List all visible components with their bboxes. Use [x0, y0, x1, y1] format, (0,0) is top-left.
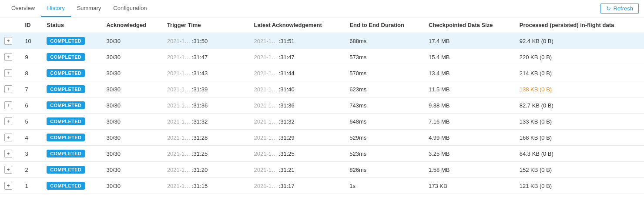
refresh-button[interactable]: ↻ Refresh	[600, 3, 639, 14]
cell-duration: 1s	[345, 178, 424, 194]
table-row[interactable]: + 9 COMPLETED 30/30 2021-1… :31:47 2021-…	[0, 49, 644, 65]
trigger-date: 2021-1…	[167, 118, 190, 125]
trigger-date: 2021-1…	[167, 86, 190, 93]
cell-duration: 523ms	[345, 146, 424, 162]
latest-date: 2021-1…	[254, 167, 277, 173]
cell-status: COMPLETED	[42, 178, 102, 194]
table-row[interactable]: + 2 COMPLETED 30/30 2021-1… :31:20 2021-…	[0, 162, 644, 178]
cell-acknowledged: 30/30	[102, 178, 162, 194]
cell-latest-ack: 2021-1… :31:40	[249, 81, 345, 97]
cell-duration: 743ms	[345, 97, 424, 114]
cell-processed: 138 KB (0 B)	[515, 81, 644, 97]
tab-overview[interactable]: Overview	[5, 0, 41, 17]
cell-trigger-time: 2021-1… :31:20	[163, 162, 250, 178]
refresh-icon: ↻	[606, 5, 611, 12]
cell-checkpoint: 9.38 MB	[424, 97, 515, 114]
expand-button[interactable]: +	[4, 117, 12, 125]
status-badge: COMPLETED	[47, 53, 85, 61]
cell-processed: 168 KB (0 B)	[515, 130, 644, 146]
trigger-date: 2021-1…	[167, 134, 190, 141]
cell-latest-ack: 2021-1… :31:51	[249, 33, 345, 49]
cell-acknowledged: 30/30	[102, 49, 162, 65]
latest-date: 2021-1…	[254, 134, 277, 141]
cell-latest-ack: 2021-1… :31:17	[249, 178, 345, 194]
cell-latest-ack: 2021-1… :31:47	[249, 49, 345, 65]
expand-button[interactable]: +	[4, 85, 12, 93]
latest-date: 2021-1…	[254, 54, 277, 60]
expand-cell: +	[0, 49, 20, 65]
status-badge: COMPLETED	[47, 150, 85, 157]
trigger-date: 2021-1…	[167, 54, 190, 60]
cell-duration: 826ms	[345, 162, 424, 178]
latest-date: 2021-1…	[254, 151, 277, 157]
cell-duration: 648ms	[345, 114, 424, 130]
trigger-date: 2021-1…	[167, 70, 190, 77]
cell-status: COMPLETED	[42, 97, 102, 114]
cell-id: 5	[20, 114, 42, 130]
expand-button[interactable]: +	[4, 166, 12, 174]
cell-acknowledged: 30/30	[102, 146, 162, 162]
expand-button[interactable]: +	[4, 101, 12, 109]
tab-summary[interactable]: Summary	[71, 0, 107, 17]
nav-tabs: Overview History Summary Configuration	[5, 0, 153, 17]
table-row[interactable]: + 4 COMPLETED 30/30 2021-1… :31:28 2021-…	[0, 130, 644, 146]
trigger-date: 2021-1…	[167, 183, 190, 189]
tab-configuration[interactable]: Configuration	[107, 0, 153, 17]
cell-id: 2	[20, 162, 42, 178]
cell-trigger-time: 2021-1… :31:47	[163, 49, 250, 65]
table-row[interactable]: + 5 COMPLETED 30/30 2021-1… :31:32 2021-…	[0, 114, 644, 130]
expand-button[interactable]: +	[4, 53, 12, 61]
trigger-time: :31:15	[192, 183, 208, 189]
latest-time: :31:36	[279, 102, 295, 109]
cell-processed: 92.4 KB (0 B)	[515, 33, 644, 49]
expand-button[interactable]: +	[4, 37, 12, 45]
cell-trigger-time: 2021-1… :31:36	[163, 97, 250, 114]
expand-cell: +	[0, 81, 20, 97]
expand-cell: +	[0, 130, 20, 146]
cell-latest-ack: 2021-1… :31:21	[249, 162, 345, 178]
header-acknowledged: Acknowledged	[102, 17, 162, 33]
status-badge: COMPLETED	[47, 101, 85, 109]
expand-button[interactable]: +	[4, 69, 12, 77]
top-navigation: Overview History Summary Configuration ↻…	[0, 0, 644, 17]
header-id: ID	[20, 17, 42, 33]
table-row[interactable]: + 6 COMPLETED 30/30 2021-1… :31:36 2021-…	[0, 97, 644, 114]
table-row[interactable]: + 3 COMPLETED 30/30 2021-1… :31:25 2021-…	[0, 146, 644, 162]
cell-checkpoint: 13.4 MB	[424, 65, 515, 81]
table-row[interactable]: + 10 COMPLETED 30/30 2021-1… :31:50 2021…	[0, 33, 644, 49]
latest-time: :31:29	[279, 134, 295, 141]
trigger-time: :31:50	[192, 38, 208, 44]
cell-id: 9	[20, 49, 42, 65]
table-row[interactable]: + 8 COMPLETED 30/30 2021-1… :31:43 2021-…	[0, 65, 644, 81]
expand-button[interactable]: +	[4, 150, 12, 157]
trigger-time: :31:25	[192, 151, 208, 157]
latest-time: :31:25	[279, 151, 295, 157]
cell-checkpoint: 7.16 MB	[424, 114, 515, 130]
expand-button[interactable]: +	[4, 182, 12, 190]
trigger-time: :31:47	[192, 54, 208, 60]
status-badge: COMPLETED	[47, 182, 85, 190]
cell-trigger-time: 2021-1… :31:39	[163, 81, 250, 97]
header-duration: End to End Duration	[345, 17, 424, 33]
latest-time: :31:40	[279, 86, 295, 93]
tab-history[interactable]: History	[41, 0, 70, 17]
expand-cell: +	[0, 97, 20, 114]
cell-acknowledged: 30/30	[102, 130, 162, 146]
cell-duration: 573ms	[345, 49, 424, 65]
status-badge: COMPLETED	[47, 166, 85, 174]
table-row[interactable]: + 1 COMPLETED 30/30 2021-1… :31:15 2021-…	[0, 178, 644, 194]
cell-status: COMPLETED	[42, 81, 102, 97]
table-row[interactable]: + 7 COMPLETED 30/30 2021-1… :31:39 2021-…	[0, 81, 644, 97]
cell-processed: 121 KB (0 B)	[515, 178, 644, 194]
history-table-container: ID Status Acknowledged Trigger Time Late…	[0, 17, 644, 194]
trigger-time: :31:32	[192, 118, 208, 125]
cell-id: 10	[20, 33, 42, 49]
latest-time: :31:51	[279, 38, 295, 44]
cell-latest-ack: 2021-1… :31:29	[249, 130, 345, 146]
cell-id: 4	[20, 130, 42, 146]
cell-checkpoint: 1.58 MB	[424, 162, 515, 178]
header-trigger-time: Trigger Time	[163, 17, 250, 33]
expand-button[interactable]: +	[4, 134, 12, 141]
cell-status: COMPLETED	[42, 162, 102, 178]
cell-id: 3	[20, 146, 42, 162]
